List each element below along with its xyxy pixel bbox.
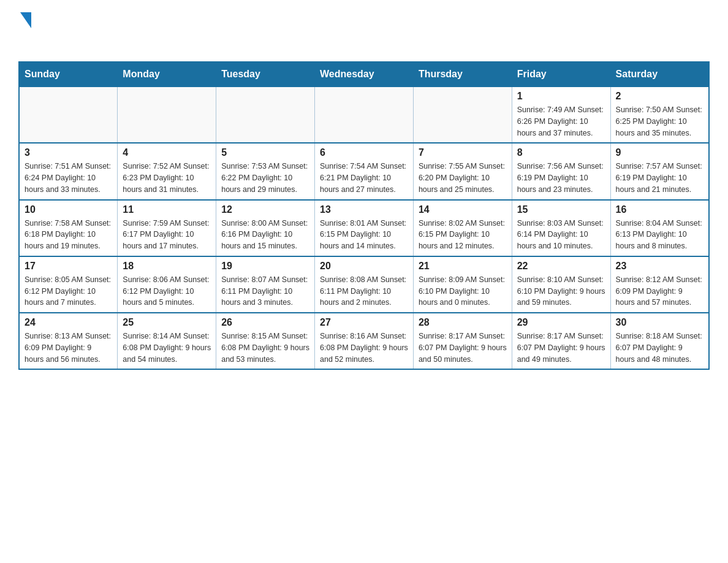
day-info: Sunrise: 7:52 AM Sunset: 6:23 PM Dayligh… (123, 161, 211, 195)
day-cell: 17Sunrise: 8:05 AM Sunset: 6:12 PM Dayli… (19, 256, 118, 313)
day-cell: 20Sunrise: 8:08 AM Sunset: 6:11 PM Dayli… (315, 256, 414, 313)
day-info: Sunrise: 8:10 AM Sunset: 6:10 PM Dayligh… (517, 274, 605, 308)
weekday-header-row: SundayMondayTuesdayWednesdayThursdayFrid… (19, 62, 709, 86)
day-info: Sunrise: 7:56 AM Sunset: 6:19 PM Dayligh… (517, 161, 605, 195)
day-cell: 27Sunrise: 8:16 AM Sunset: 6:08 PM Dayli… (315, 313, 414, 369)
day-number: 27 (320, 317, 408, 328)
logo-arrow-icon (20, 12, 31, 28)
weekday-header-tuesday: Tuesday (216, 62, 315, 86)
day-info: Sunrise: 8:17 AM Sunset: 6:07 PM Dayligh… (517, 331, 605, 365)
day-info: Sunrise: 7:53 AM Sunset: 6:22 PM Dayligh… (221, 161, 309, 195)
day-cell (118, 86, 216, 143)
calendar-table: SundayMondayTuesdayWednesdayThursdayFrid… (18, 61, 710, 370)
weekday-header-wednesday: Wednesday (315, 62, 414, 86)
day-info: Sunrise: 8:04 AM Sunset: 6:13 PM Dayligh… (616, 218, 703, 252)
day-info: Sunrise: 7:59 AM Sunset: 6:17 PM Dayligh… (123, 218, 211, 252)
weekday-header-saturday: Saturday (610, 62, 709, 86)
week-row-4: 17Sunrise: 8:05 AM Sunset: 6:12 PM Dayli… (19, 256, 709, 313)
day-number: 5 (221, 147, 309, 158)
week-row-3: 10Sunrise: 7:58 AM Sunset: 6:18 PM Dayli… (19, 200, 709, 256)
day-info: Sunrise: 7:58 AM Sunset: 6:18 PM Dayligh… (25, 218, 112, 252)
day-number: 3 (25, 147, 112, 158)
day-cell: 1Sunrise: 7:49 AM Sunset: 6:26 PM Daylig… (512, 86, 610, 143)
day-cell (216, 86, 315, 143)
day-number: 13 (320, 204, 408, 215)
day-cell: 23Sunrise: 8:12 AM Sunset: 6:09 PM Dayli… (610, 256, 709, 313)
day-number: 22 (517, 261, 605, 272)
day-info: Sunrise: 7:49 AM Sunset: 6:26 PM Dayligh… (517, 104, 605, 139)
weekday-header-sunday: Sunday (19, 62, 118, 86)
day-cell: 2Sunrise: 7:50 AM Sunset: 6:25 PM Daylig… (610, 86, 709, 143)
day-info: Sunrise: 8:01 AM Sunset: 6:15 PM Dayligh… (320, 218, 408, 252)
day-cell: 24Sunrise: 8:13 AM Sunset: 6:09 PM Dayli… (19, 313, 118, 369)
day-number: 19 (221, 261, 309, 272)
header (18, 12, 710, 49)
day-info: Sunrise: 8:13 AM Sunset: 6:09 PM Dayligh… (25, 331, 112, 365)
day-number: 11 (123, 204, 211, 215)
day-cell (413, 86, 512, 143)
day-cell (19, 86, 118, 143)
day-number: 26 (221, 317, 309, 328)
day-cell: 5Sunrise: 7:53 AM Sunset: 6:22 PM Daylig… (216, 143, 315, 199)
day-info: Sunrise: 8:00 AM Sunset: 6:16 PM Dayligh… (221, 218, 309, 252)
day-info: Sunrise: 8:07 AM Sunset: 6:11 PM Dayligh… (221, 274, 309, 308)
day-cell: 19Sunrise: 8:07 AM Sunset: 6:11 PM Dayli… (216, 256, 315, 313)
week-row-1: 1Sunrise: 7:49 AM Sunset: 6:26 PM Daylig… (19, 86, 709, 143)
day-number: 20 (320, 261, 408, 272)
day-cell: 11Sunrise: 7:59 AM Sunset: 6:17 PM Dayli… (118, 200, 216, 256)
day-cell: 9Sunrise: 7:57 AM Sunset: 6:19 PM Daylig… (610, 143, 709, 199)
day-number: 6 (320, 147, 408, 158)
day-number: 30 (616, 317, 703, 328)
day-cell: 15Sunrise: 8:03 AM Sunset: 6:14 PM Dayli… (512, 200, 610, 256)
week-row-5: 24Sunrise: 8:13 AM Sunset: 6:09 PM Dayli… (19, 313, 709, 369)
day-cell: 25Sunrise: 8:14 AM Sunset: 6:08 PM Dayli… (118, 313, 216, 369)
day-number: 15 (517, 204, 605, 215)
day-cell: 28Sunrise: 8:17 AM Sunset: 6:07 PM Dayli… (413, 313, 512, 369)
day-number: 17 (25, 261, 112, 272)
day-cell: 4Sunrise: 7:52 AM Sunset: 6:23 PM Daylig… (118, 143, 216, 199)
day-cell: 21Sunrise: 8:09 AM Sunset: 6:10 PM Dayli… (413, 256, 512, 313)
day-info: Sunrise: 8:16 AM Sunset: 6:08 PM Dayligh… (320, 331, 408, 365)
day-number: 29 (517, 317, 605, 328)
day-cell: 16Sunrise: 8:04 AM Sunset: 6:13 PM Dayli… (610, 200, 709, 256)
day-info: Sunrise: 7:54 AM Sunset: 6:21 PM Dayligh… (320, 161, 408, 195)
day-cell: 10Sunrise: 7:58 AM Sunset: 6:18 PM Dayli… (19, 200, 118, 256)
day-info: Sunrise: 8:12 AM Sunset: 6:09 PM Dayligh… (616, 274, 703, 308)
day-info: Sunrise: 8:05 AM Sunset: 6:12 PM Dayligh… (25, 274, 112, 308)
day-cell: 12Sunrise: 8:00 AM Sunset: 6:16 PM Dayli… (216, 200, 315, 256)
day-info: Sunrise: 8:17 AM Sunset: 6:07 PM Dayligh… (419, 331, 507, 365)
day-cell: 14Sunrise: 8:02 AM Sunset: 6:15 PM Dayli… (413, 200, 512, 256)
day-number: 21 (419, 261, 507, 272)
day-cell (315, 86, 414, 143)
day-number: 23 (616, 261, 703, 272)
day-cell: 13Sunrise: 8:01 AM Sunset: 6:15 PM Dayli… (315, 200, 414, 256)
day-number: 2 (616, 91, 703, 102)
day-info: Sunrise: 8:15 AM Sunset: 6:08 PM Dayligh… (221, 331, 309, 365)
day-number: 25 (123, 317, 211, 328)
weekday-header-friday: Friday (512, 62, 610, 86)
day-cell: 6Sunrise: 7:54 AM Sunset: 6:21 PM Daylig… (315, 143, 414, 199)
week-row-2: 3Sunrise: 7:51 AM Sunset: 6:24 PM Daylig… (19, 143, 709, 199)
day-number: 16 (616, 204, 703, 215)
day-cell: 22Sunrise: 8:10 AM Sunset: 6:10 PM Dayli… (512, 256, 610, 313)
day-cell: 30Sunrise: 8:18 AM Sunset: 6:07 PM Dayli… (610, 313, 709, 369)
day-info: Sunrise: 8:09 AM Sunset: 6:10 PM Dayligh… (419, 274, 507, 308)
day-number: 10 (25, 204, 112, 215)
day-cell: 26Sunrise: 8:15 AM Sunset: 6:08 PM Dayli… (216, 313, 315, 369)
day-info: Sunrise: 7:51 AM Sunset: 6:24 PM Dayligh… (25, 161, 112, 195)
day-cell: 18Sunrise: 8:06 AM Sunset: 6:12 PM Dayli… (118, 256, 216, 313)
day-info: Sunrise: 8:08 AM Sunset: 6:11 PM Dayligh… (320, 274, 408, 308)
day-cell: 8Sunrise: 7:56 AM Sunset: 6:19 PM Daylig… (512, 143, 610, 199)
day-number: 14 (419, 204, 507, 215)
day-number: 4 (123, 147, 211, 158)
day-number: 7 (419, 147, 507, 158)
weekday-header-thursday: Thursday (413, 62, 512, 86)
day-info: Sunrise: 8:02 AM Sunset: 6:15 PM Dayligh… (419, 218, 507, 252)
day-info: Sunrise: 8:03 AM Sunset: 6:14 PM Dayligh… (517, 218, 605, 252)
day-info: Sunrise: 7:57 AM Sunset: 6:19 PM Dayligh… (616, 161, 703, 195)
weekday-header-monday: Monday (118, 62, 216, 86)
day-cell: 29Sunrise: 8:17 AM Sunset: 6:07 PM Dayli… (512, 313, 610, 369)
day-info: Sunrise: 8:06 AM Sunset: 6:12 PM Dayligh… (123, 274, 211, 308)
day-number: 12 (221, 204, 309, 215)
day-number: 1 (517, 91, 605, 102)
